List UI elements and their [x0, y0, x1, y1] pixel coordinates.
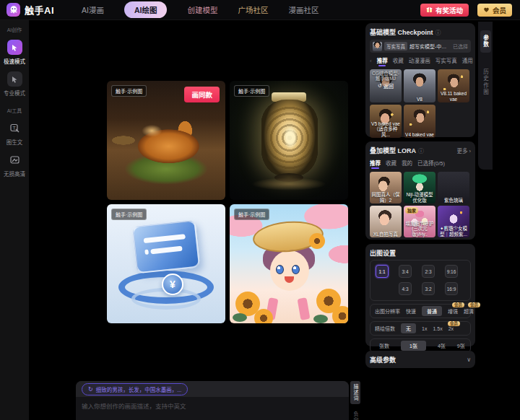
lora-model-card[interactable]: ✦赛璐少女模型｜超频紫... [438, 206, 469, 237]
lora-more-link[interactable]: 更多 › [456, 146, 471, 154]
lora-model-card[interactable]: 紫色琉璃 [438, 172, 469, 204]
checkpoint-tab-favorites[interactable]: 收藏 [393, 56, 404, 66]
chevron-down-icon: ∨ [467, 356, 471, 363]
nav-item-ai-comic[interactable]: AI漫画 [82, 4, 104, 15]
lora-model-card[interactable]: 独家 增加细节守护(三次元版)/Hy.. [404, 206, 436, 237]
sidebar-section-tools: AI工具 [7, 107, 22, 114]
advanced-params-title: 高级参数 [370, 355, 396, 364]
activity-button[interactable]: 有奖活动 [420, 4, 469, 17]
sample-image-lantern[interactable]: 触手·示例图 [230, 81, 348, 200]
navbar-actions: 有奖活动 会员 [420, 4, 512, 17]
resolution-label: 出图分辨率 [375, 307, 400, 315]
selected-checkpoint-bar[interactable]: 写实写真 超写实模型-中古写真3v3... 已选择 [370, 40, 471, 53]
member-button[interactable]: 会员 [477, 4, 512, 17]
refine-option-2x[interactable]: 2x 会员 [448, 326, 454, 331]
resolution-option-ultra[interactable]: 超清 会员 [464, 307, 474, 315]
checkpoint-model-card[interactable]: V4 baked vae [404, 105, 436, 138]
count-option-1[interactable]: 1张 [401, 341, 426, 351]
tab-params[interactable]: 参数 [480, 30, 491, 53]
sample-image-anime-boy[interactable]: 触手·示例图 [230, 204, 348, 323]
sample-image-turkey[interactable]: 触手·示例图 画同款 [107, 81, 225, 200]
tab-history[interactable]: 历史作图 [482, 69, 490, 96]
lora-tab-selected[interactable]: 已选择(0/5) [417, 159, 445, 168]
upscale-icon [7, 152, 22, 167]
ratio-button-9-16[interactable]: 9:16 [445, 265, 458, 278]
ratio-button-3-2[interactable]: 3:2 [422, 282, 435, 295]
sunflower-art [332, 306, 348, 323]
checkpoint-model-card[interactable]: V8 [404, 69, 436, 102]
lora-model-card[interactable]: 网图真人（保姆）2 [370, 172, 402, 204]
checkpoint-model-card[interactable]: V5 baked vae（适合多种风... [370, 105, 402, 138]
sidebar-item-fast-mode[interactable]: 极速模式 [4, 40, 25, 65]
info-icon[interactable]: ⓘ [418, 146, 424, 154]
draw-same-button[interactable]: 画同款 [184, 87, 220, 102]
checkpoint-tab-realistic[interactable]: 写实写真 [436, 56, 457, 66]
return-label: 返回 [384, 82, 394, 89]
sample-gallery: 触手·示例图 画同款 触手·示例图 触手·示例图 ¥ 触手·示例图 [107, 81, 348, 323]
resolution-option-normal[interactable]: 普通 [422, 306, 442, 316]
sample-image-3d-icon[interactable]: 触手·示例图 ¥ [107, 204, 225, 323]
lora-title: 叠加模型 LORA [370, 146, 416, 155]
gift-icon [426, 6, 433, 13]
sidebar-item-upscale[interactable]: 无损高清 [4, 152, 25, 178]
tab-negative-prompt[interactable]: 负向 [352, 411, 359, 420]
checkpoint-model-label: V8 [404, 97, 435, 102]
exclusive-badge: 独家 [405, 207, 418, 214]
sidebar-section-create: AI创作 [7, 26, 22, 33]
nav-item-create-model[interactable]: 创建模型 [187, 4, 217, 15]
prompt-textarea[interactable] [76, 397, 349, 420]
fast-mode-icon [7, 40, 22, 55]
ratio-button-4-3[interactable]: 4:3 [399, 282, 412, 295]
prompt-suggestion-row: ↻ 细致的男孩，长发，中国水墨画，... [76, 381, 349, 397]
output-settings-title: 出图设置 [370, 248, 396, 258]
refine-row: 精绘倍数 无 1x 1.5x 2x 会员 [370, 321, 471, 336]
nav-item-ai-draw[interactable]: AI绘图 [124, 1, 168, 18]
ratio-button-2-3[interactable]: 2:3 [422, 265, 435, 278]
lora-tab-mine[interactable]: 我的 [402, 159, 412, 168]
checkpoint-tab-recommend[interactable]: 推荐 [377, 56, 388, 66]
count-option-4[interactable]: 4张 [438, 342, 446, 349]
lora-tab-recommend[interactable]: 推荐 [370, 159, 381, 168]
fast-mode-label: 极速模式 [4, 57, 25, 65]
lora-tab-favorites[interactable]: 收藏 [386, 159, 396, 168]
ratio-button-16-9[interactable]: 16:9 [445, 282, 458, 295]
octopus-icon [9, 5, 19, 15]
nav-item-comic-community[interactable]: 漫画社区 [288, 4, 318, 15]
lora-model-card[interactable]: XL自拍写真 [370, 206, 402, 237]
ratio-button-1-1[interactable]: 1:1 [376, 265, 389, 278]
right-settings-panel: 基础模型 Checkpoint ⓘ 写实写真 超写实模型-中古写真3v3... … [365, 23, 475, 368]
app-logo-icon[interactable] [6, 3, 20, 17]
prompt-side-tabs: 描述词 负向 [350, 381, 360, 420]
sample-badge: 触手·示例图 [234, 85, 269, 97]
ratio-button-3-4[interactable]: 3:4 [399, 265, 412, 278]
count-option-9[interactable]: 9张 [457, 342, 465, 349]
selected-checkpoint-name: 超写实模型-中古写真3v3... [410, 43, 451, 50]
checkpoint-model-card[interactable]: V8.11 baked vae [438, 69, 469, 102]
checkpoint-model-label: V5 baked vae（适合多种风... [370, 121, 401, 137]
sunflower-art [254, 309, 273, 323]
refine-option-1x[interactable]: 1x [422, 326, 427, 331]
chevron-left-icon[interactable]: ‹ [370, 58, 372, 64]
resolution-option-enhanced[interactable]: 增强 会员 [448, 307, 458, 315]
resolution-option-fast[interactable]: 快速 [406, 307, 416, 315]
refine-option-none[interactable]: 无 [401, 323, 416, 333]
prompt-suggestion-pill[interactable]: ↻ 细致的男孩，长发，中国水墨画，... [82, 383, 188, 395]
checkpoint-model-card[interactable]: CG综合模型-触手版MJ ↺ 返回 [370, 69, 402, 102]
sidebar-item-img2text[interactable]: T 图生文 [6, 121, 23, 146]
lora-model-card[interactable]: Niji-动漫模型 优化版 [404, 172, 436, 204]
advanced-params-card[interactable]: 高级参数 ∨ [365, 351, 475, 368]
info-icon[interactable]: ⓘ [436, 28, 441, 36]
sidebar-item-pro-mode[interactable]: 专业模式 [4, 71, 25, 97]
checkpoint-tab-anime[interactable]: 动漫漫画 [409, 56, 430, 66]
refine-label: 精绘倍数 [375, 325, 395, 332]
checkpoint-tab-general[interactable]: 通用 [462, 56, 473, 66]
lora-model-label: ✦赛璐少女模型｜超频紫... [438, 226, 469, 237]
return-overlay[interactable]: ↺ 返回 [370, 69, 402, 102]
yuan-symbol: ¥ [170, 279, 176, 290]
refine-option-1-5x[interactable]: 1.5x [433, 326, 442, 331]
checkpoint-model-grid: CG综合模型-触手版MJ ↺ 返回 V8 V8.11 baked vae V5 … [370, 69, 471, 138]
nav-item-plaza[interactable]: 广场社区 [238, 4, 268, 15]
tab-positive-prompt[interactable]: 描述词 [350, 381, 360, 404]
yuan-coin-art: ¥ [162, 274, 183, 295]
lora-tabs: 推荐 收藏 我的 已选择(0/5) [370, 159, 471, 168]
